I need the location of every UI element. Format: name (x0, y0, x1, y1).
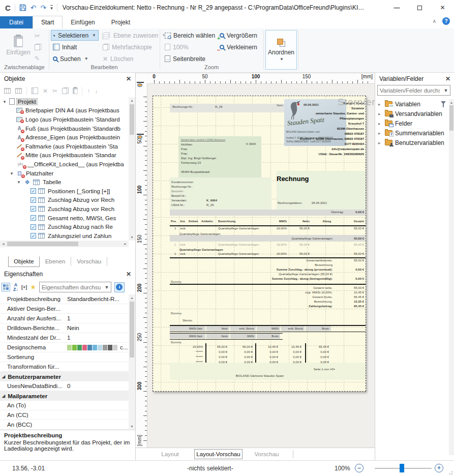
zoom-in-button[interactable]: + Vergrößern (218, 30, 259, 41)
expand-icon[interactable]: ▸ (378, 121, 382, 126)
property-value[interactable]: Nein (65, 325, 129, 331)
close-icon[interactable]: ✕ (445, 75, 450, 82)
object-tree-item[interactable]: ▾✥Tabelle (0, 177, 129, 187)
collapse-icon[interactable]: ▾ (16, 180, 21, 185)
redo-icon[interactable]: ↷ (41, 4, 47, 11)
add-subtable-icon[interactable] (15, 88, 22, 94)
expand-icon[interactable]: ▸ (378, 111, 382, 116)
properties-icon[interactable] (32, 87, 38, 94)
properties-search-combo[interactable]: ▼ (39, 282, 111, 292)
format-painter-button[interactable]: ✎ (33, 53, 42, 64)
move-up-icon[interactable]: ↑ (87, 87, 90, 95)
collapse-icon[interactable]: ▾ (9, 171, 14, 176)
paste-icon[interactable] (73, 87, 77, 94)
vertical-scrollbar[interactable]: ▲ (449, 99, 454, 455)
variables-tree-item[interactable]: ▸Felder (375, 118, 449, 128)
property-group-header[interactable]: ◢Benutzerparameter (0, 372, 129, 381)
checkbox-checked-icon[interactable]: ✓ (31, 197, 36, 203)
ruler-marker[interactable] (137, 82, 145, 87)
collapse-ribbon-icon[interactable]: ∧ (433, 18, 436, 24)
property-row[interactable]: Anzahl der Ausferti...1 (0, 314, 129, 323)
property-row[interactable]: An (CC) (0, 410, 129, 420)
zoom-out-button[interactable]: – Verkleinern (218, 42, 259, 52)
expand-all-icon[interactable]: [+] (21, 285, 27, 290)
tab-vorschau[interactable]: Vorschau (243, 450, 291, 459)
chevron-down-icon[interactable]: ▼ (84, 56, 88, 61)
checkbox-checked-icon[interactable]: ✓ (31, 233, 36, 239)
object-tree-item[interactable]: (A)✕__OfficeKit_Locked__ (aus Projektba (0, 160, 129, 169)
object-tree-item[interactable]: ✓Zuschlag Abzug vor Rech (0, 196, 129, 205)
checkbox-checked-icon[interactable]: ✓ (31, 224, 36, 230)
property-value[interactable]: Standardbericht-R... (65, 296, 129, 302)
variables-tree-item[interactable]: ▸Benutzervariablen (375, 138, 449, 147)
zoom-slider-thumb[interactable] (400, 464, 404, 472)
object-tree-item[interactable]: ✓Zuschlag Abzug nach Re (0, 222, 129, 231)
zoom-out-icon[interactable]: – (355, 464, 364, 472)
property-row[interactable]: UsesNewDataBindi...0 (0, 381, 129, 391)
object-tree-item[interactable]: ▾✕Platzhalter (0, 169, 129, 178)
property-row[interactable]: ProjektbeschreibungStandardbericht-R... (0, 294, 129, 304)
chevron-down-icon[interactable]: ▼ (280, 57, 284, 62)
property-value[interactable]: 1 (65, 335, 129, 341)
cut-button[interactable]: ✂ (33, 31, 42, 41)
tab-ebenen[interactable]: Ebenen (40, 256, 71, 267)
save-icon[interactable] (19, 4, 26, 11)
tab-projekt[interactable]: Projekt (103, 16, 138, 28)
object-tree-item[interactable]: ✓Gesamt netto, MWSt, Ges (0, 214, 129, 223)
property-row[interactable]: Sortierung (0, 352, 129, 362)
object-tree-item[interactable]: ✕Logo (aus Projektbaustein 'Standard (0, 115, 129, 124)
variables-tree-item[interactable]: ▸<>Variablen (375, 99, 449, 109)
copy-button[interactable] (33, 42, 43, 52)
checkbox-checked-icon[interactable]: ✓ (31, 188, 36, 194)
properties-search-input[interactable] (40, 284, 103, 290)
property-row[interactable]: Drilldown-Berichte...Nein (0, 323, 129, 333)
property-group-header[interactable]: ◢Mailparameter (0, 391, 129, 401)
add-table-icon[interactable] (4, 88, 11, 94)
info-toggle[interactable]: i (114, 282, 125, 292)
object-tree-item[interactable]: ✓Zahlungsziel und Zahlun (0, 231, 129, 241)
object-tree-item[interactable]: ✕Faltmarke (aus Projektbaustein 'Sta (0, 142, 129, 151)
property-value[interactable]: c... (65, 344, 129, 350)
horizontal-scrollbar[interactable]: ◄ ► (0, 241, 129, 247)
property-row[interactable]: An (To) (0, 401, 129, 410)
variables-tree-item[interactable]: ▸Versandvariablen (375, 109, 449, 118)
expand-icon[interactable]: ▸ (378, 131, 382, 136)
assign-layer-button[interactable]: Ebene zuweisen ▼ (101, 30, 168, 41)
property-value[interactable]: 0 (65, 383, 129, 389)
content-button[interactable]: Inhalt (51, 42, 79, 52)
object-tree-item[interactable]: ▾Projekt (0, 97, 129, 106)
property-value[interactable]: 1 (65, 315, 129, 321)
variables-tree-item[interactable]: ▸ΣSummenvariablen (375, 128, 449, 138)
tab-layout[interactable]: Layout (146, 450, 194, 459)
zoom-in-icon[interactable]: + (435, 464, 443, 472)
customize-qat-icon[interactable]: ▾ (50, 5, 53, 10)
zoom-100-button[interactable]: 100% (163, 42, 191, 52)
object-tree-item[interactable]: ✕Mitte (aus Projektbaustein 'Standar (0, 151, 129, 160)
object-tree-item[interactable]: ✓Zuschlag Abzug vor Rech (0, 204, 129, 214)
minimize-button[interactable]: — (385, 0, 408, 15)
filter-icon[interactable] (441, 101, 446, 104)
collapse-icon[interactable]: ▾ (2, 99, 7, 104)
cut-icon[interactable]: ✂ (52, 87, 57, 95)
close-icon[interactable]: ✕ (126, 271, 131, 278)
delete-button[interactable]: ✕ Löschen (101, 53, 135, 64)
object-tree-item[interactable]: ✓Positionen [_Sorting [+]] (0, 187, 129, 196)
search-button[interactable]: Suchen ▼ (51, 53, 90, 64)
tab-objekte[interactable]: Objekte (8, 256, 40, 267)
expand-icon[interactable]: ▸ (378, 102, 382, 107)
undo-icon[interactable]: ↶ (31, 4, 37, 11)
sort-az-icon[interactable]: AZ↓ (13, 283, 18, 292)
chevron-down-icon[interactable]: ▼ (442, 88, 450, 93)
tab-datei[interactable]: Datei (0, 16, 33, 28)
close-button[interactable]: ✕ (431, 0, 454, 15)
object-tree-item[interactable]: A✕Fuß (aus Projektbaustein 'Standardb (0, 124, 129, 133)
document-page[interactable]: Stauden Spatz BIOLAND-Gärtnerei Garten- … (153, 96, 366, 392)
chevron-down-icon[interactable]: ▼ (103, 285, 111, 290)
object-tree-item[interactable]: ✕Briefpapier DIN A4 (aus Projektbaus (0, 106, 129, 115)
checkbox-checked-icon[interactable]: ✓ (31, 206, 36, 212)
maximize-button[interactable] (408, 0, 431, 15)
checkbox-checked-icon[interactable]: ✓ (31, 215, 36, 221)
select-area-button[interactable]: Bereich wählen (163, 30, 217, 41)
help-icon[interactable]: ? (442, 17, 450, 25)
paste-button[interactable]: Einfügen (5, 29, 32, 62)
